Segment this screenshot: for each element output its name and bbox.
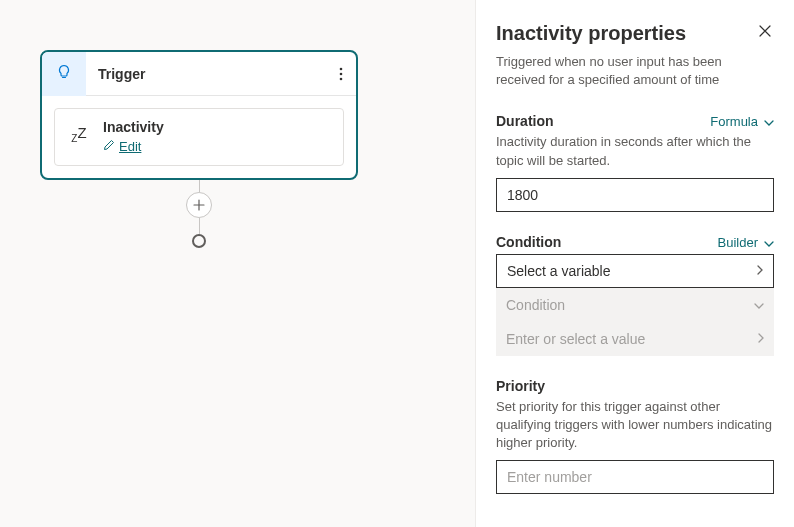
priority-desc: Set priority for this trigger against ot…	[496, 398, 774, 453]
panel-header: Inactivity properties	[496, 22, 774, 45]
variable-select[interactable]: Select a variable	[496, 254, 774, 288]
connector-line	[199, 180, 200, 192]
trigger-body: ZZ Inactivity Edit	[42, 96, 356, 178]
duration-mode-text: Formula	[710, 114, 758, 129]
condition-operator-select[interactable]: Condition	[496, 288, 774, 322]
trigger-title: Trigger	[86, 66, 326, 82]
close-icon	[758, 24, 772, 38]
activity-text: Inactivity Edit	[103, 119, 164, 155]
svg-point-1	[340, 72, 343, 75]
chevron-right-icon	[757, 264, 763, 278]
chevron-down-icon	[754, 298, 764, 312]
add-node-button[interactable]	[186, 192, 212, 218]
connector	[40, 180, 358, 248]
condition-value-select[interactable]: Enter or select a value	[496, 322, 774, 356]
chevron-down-icon	[764, 114, 774, 129]
pencil-icon	[103, 137, 115, 155]
condition-label: Condition	[496, 234, 561, 250]
edit-link-text[interactable]: Edit	[119, 139, 141, 154]
canvas-area: Trigger ZZ Inactivity Edit	[0, 0, 475, 527]
vertical-dots-icon	[339, 67, 343, 81]
condition-mode-text: Builder	[718, 235, 758, 250]
close-button[interactable]	[756, 22, 774, 44]
more-options-button[interactable]	[326, 67, 356, 81]
activity-title: Inactivity	[103, 119, 164, 135]
activity-edit-link[interactable]: Edit	[103, 137, 164, 155]
value-placeholder: Enter or select a value	[506, 331, 645, 347]
end-node	[192, 234, 206, 248]
condition-section: Condition Builder Select a variable Cond…	[496, 234, 774, 356]
chevron-right-icon	[758, 332, 764, 346]
lightbulb-icon	[56, 64, 72, 84]
priority-label: Priority	[496, 378, 545, 394]
duration-input[interactable]	[496, 178, 774, 212]
duration-desc: Inactivity duration in seconds after whi…	[496, 133, 774, 169]
activity-card[interactable]: ZZ Inactivity Edit	[54, 108, 344, 166]
sleep-icon: ZZ	[67, 128, 91, 146]
connector-line	[199, 218, 200, 234]
panel-subtitle: Triggered when no user input has been re…	[496, 53, 774, 89]
chevron-down-icon	[764, 235, 774, 250]
trigger-header: Trigger	[42, 52, 356, 96]
condition-mode-toggle[interactable]: Builder	[718, 235, 774, 250]
properties-panel: Inactivity properties Triggered when no …	[475, 0, 794, 527]
svg-point-0	[340, 67, 343, 70]
panel-title: Inactivity properties	[496, 22, 686, 45]
duration-mode-toggle[interactable]: Formula	[710, 114, 774, 129]
operator-placeholder: Condition	[506, 297, 565, 313]
plus-icon	[193, 199, 205, 211]
duration-label: Duration	[496, 113, 554, 129]
priority-section: Priority Set priority for this trigger a…	[496, 378, 774, 495]
trigger-card[interactable]: Trigger ZZ Inactivity Edit	[40, 50, 358, 180]
duration-section: Duration Formula Inactivity duration in …	[496, 113, 774, 211]
priority-input[interactable]	[496, 460, 774, 494]
trigger-icon-cell	[42, 52, 86, 96]
svg-point-2	[340, 77, 343, 80]
variable-select-placeholder: Select a variable	[507, 263, 611, 279]
